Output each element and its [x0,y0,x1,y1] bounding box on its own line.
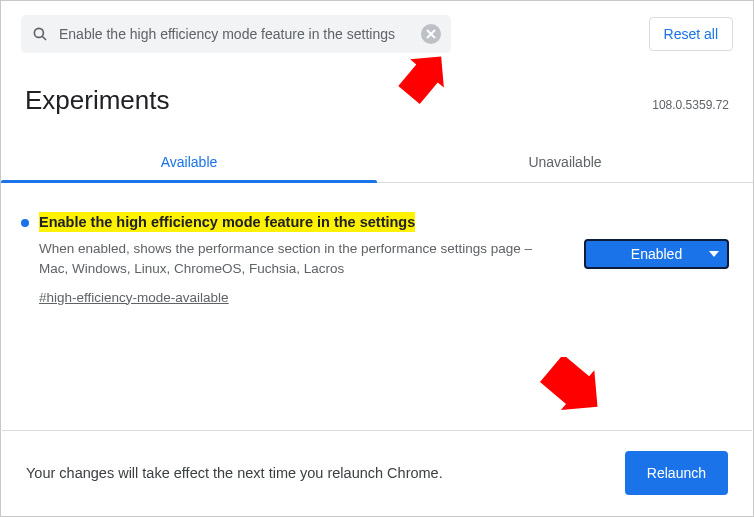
flag-description: When enabled, shows the performance sect… [39,239,559,280]
tabs: Available Unavailable [1,140,753,183]
svg-line-1 [42,36,46,40]
search-icon [31,25,49,43]
flag-state-value: Enabled [631,246,682,262]
tab-unavailable[interactable]: Unavailable [377,140,753,182]
flag-state-select[interactable]: Enabled [584,239,729,269]
svg-point-0 [34,28,43,37]
reset-all-button[interactable]: Reset all [649,17,733,51]
flag-row: Enable the high efficiency mode feature … [25,213,729,306]
relaunch-message: Your changes will take effect the next t… [26,465,443,481]
relaunch-button[interactable]: Relaunch [625,451,728,495]
relaunch-bar: Your changes will take effect the next t… [2,430,752,515]
chevron-down-icon [709,250,719,258]
page-title: Experiments [25,85,170,116]
tab-available[interactable]: Available [1,140,377,182]
flag-hash-link[interactable]: #high-efficiency-mode-available [39,290,229,305]
search-box[interactable]: Enable the high efficiency mode feature … [21,15,451,53]
search-input[interactable]: Enable the high efficiency mode feature … [59,26,411,42]
clear-search-button[interactable] [421,24,441,44]
changed-indicator-dot [21,219,29,227]
flag-title: Enable the high efficiency mode feature … [39,212,415,232]
version-label: 108.0.5359.72 [652,98,729,112]
close-icon [426,29,436,39]
